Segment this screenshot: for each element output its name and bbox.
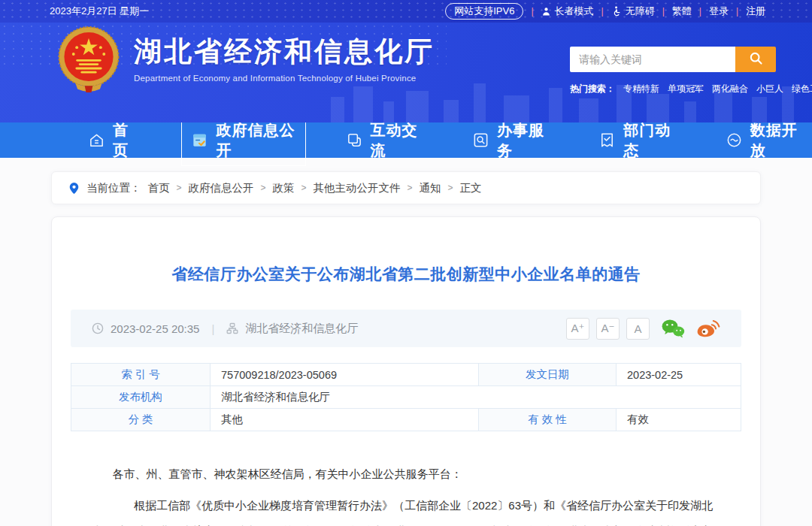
topbar-separator: | (662, 6, 665, 17)
topbar-links: 网站支持IPV6 | 长者模式 | 无障碍 | 繁體 | 登录 | 注册 (445, 3, 765, 20)
topbar-separator: | (601, 6, 604, 17)
issuing-agency-value: 湖北省经济和信息化厅 (211, 386, 741, 409)
hot-keyword[interactable]: 小巨人 (756, 83, 783, 95)
clock-icon (92, 322, 104, 334)
validity-value: 有效 (617, 409, 741, 431)
search-area: 热门搜索： 专精特新 单项冠军 两化融合 小巨人 绿色工厂 (570, 47, 776, 95)
article-meta-bar: 2023-02-25 20:35 | 湖北省经济和信息化厅 A⁺ A⁻ A (71, 310, 741, 347)
nav-item-label: 数据开放 (750, 120, 802, 161)
font-decrease-button[interactable]: A⁻ (596, 318, 620, 340)
site-brand[interactable]: 湖北省经济和信息化厅 Department of Economy and Inf… (56, 25, 435, 94)
hot-search-label: 热门搜索： (570, 83, 615, 95)
issue-date-value: 2023-02-25 (617, 364, 741, 386)
nav-item-label: 办事服务 (497, 120, 549, 161)
current-date: 2023年2月27日 星期一 (50, 5, 149, 18)
search-button[interactable] (735, 47, 776, 72)
dept-news-icon (598, 132, 616, 149)
main-nav: 首 页 政府信息公开 互动交流 办事服务 (0, 122, 812, 158)
breadcrumb-separator: > (448, 183, 453, 193)
hot-keyword[interactable]: 两化融合 (712, 83, 748, 95)
index-number-label: 索 引 号 (71, 364, 211, 386)
validity-label: 有 效 性 (479, 409, 617, 431)
breadcrumb-item-policy[interactable]: 政策 (273, 181, 295, 195)
nav-item-label: 政府信息公开 (216, 120, 295, 161)
topbar: 2023年2月27日 星期一 网站支持IPV6 | 长者模式 | 无障碍 | 繁… (0, 0, 812, 23)
nav-item-label: 互动交流 (371, 120, 423, 161)
breadcrumb-separator: > (408, 183, 413, 193)
person-icon (541, 7, 551, 17)
category-value: 其他 (211, 409, 479, 431)
traditional-chinese-link[interactable]: 繁體 (672, 5, 692, 18)
search-icon (749, 51, 763, 68)
topbar-separator: | (699, 6, 701, 17)
wheelchair-icon (611, 6, 622, 17)
breadcrumb-separator: > (261, 183, 266, 193)
national-emblem-logo (56, 25, 122, 94)
ipv6-badge[interactable]: 网站支持IPV6 (445, 3, 523, 20)
home-icon (88, 132, 105, 149)
font-reset-button[interactable]: A (626, 318, 650, 340)
body-paragraph: 根据工信部《优质中小企业梯度培育管理暂行办法》（工信部企业〔2022〕63号）和… (91, 493, 721, 526)
article-tools: A⁺ A⁻ A (566, 318, 720, 340)
elder-mode-link[interactable]: 长者模式 (541, 5, 594, 18)
breadcrumb-separator: > (177, 183, 182, 193)
issue-date-label: 发文日期 (479, 364, 617, 386)
accessibility-link[interactable]: 无障碍 (611, 5, 655, 18)
publish-time: 2023-02-25 20:35 (92, 322, 199, 335)
nav-item-label: 首 页 (113, 120, 141, 161)
breadcrumb: 当前位置： 首页 > 政府信息公开 > 政策 > 其他主动公开文件 > 通知 >… (51, 171, 761, 204)
breadcrumb-item-home[interactable]: 首页 (148, 181, 170, 195)
article-body: 各市、州、直管市、神农架林区经信局，有关中小企业公共服务平台： 根据工信部《优质… (71, 461, 741, 526)
location-pin-icon (68, 182, 80, 195)
table-row: 发布机构 湖北省经济和信息化厅 (71, 386, 741, 409)
topbar-separator: | (736, 6, 738, 17)
issuing-agency-label: 发布机构 (71, 386, 211, 409)
article-source: 湖北省经济和信息化厅 (226, 322, 358, 336)
wechat-share-icon[interactable] (661, 319, 685, 338)
site-subtitle: Department of Economy and Information Te… (134, 74, 435, 83)
breadcrumb-item-gov-info[interactable]: 政府信息公开 (189, 181, 254, 195)
hot-keyword[interactable]: 专精特新 (623, 83, 659, 95)
table-row: 分 类 其他 有 效 性 有效 (71, 409, 741, 431)
breadcrumb-item-current[interactable]: 正文 (460, 181, 482, 195)
hot-search-row: 热门搜索： 专精特新 单项冠军 两化融合 小巨人 绿色工厂 (570, 83, 776, 95)
search-input[interactable] (570, 47, 735, 72)
register-link[interactable]: 注册 (746, 5, 765, 18)
login-link[interactable]: 登录 (709, 5, 729, 18)
index-number-value: 757009218/2023-05069 (211, 364, 479, 386)
category-label: 分 类 (71, 409, 211, 431)
meta-separator: | (211, 322, 214, 335)
interact-icon (346, 132, 363, 149)
salutation-paragraph: 各市、州、直管市、神农架林区经信局，有关中小企业公共服务平台： (91, 461, 721, 487)
article-card: 省经信厅办公室关于公布湖北省第二批创新型中小企业名单的通告 2023-02-25… (51, 216, 761, 526)
site-header: 湖北省经济和信息化厅 Department of Economy and Inf… (0, 23, 812, 122)
document-info-table: 索 引 号 757009218/2023-05069 发文日期 2023-02-… (71, 363, 741, 431)
service-search-icon (472, 132, 489, 149)
organization-icon (226, 322, 238, 334)
topbar-separator: | (531, 6, 533, 17)
breadcrumb-label: 当前位置： (86, 181, 141, 195)
gov-info-icon (191, 132, 208, 149)
breadcrumb-item-notice[interactable]: 通知 (420, 181, 441, 195)
table-row: 索 引 号 757009218/2023-05069 发文日期 2023-02-… (71, 364, 741, 386)
weibo-share-icon[interactable] (696, 319, 720, 338)
hot-keyword[interactable]: 单项冠军 (668, 83, 704, 95)
breadcrumb-separator: > (301, 183, 307, 193)
breadcrumb-item-other-docs[interactable]: 其他主动公开文件 (314, 181, 401, 195)
font-increase-button[interactable]: A⁺ (566, 318, 589, 340)
brand-text: 湖北省经济和信息化厅 Department of Economy and Inf… (134, 36, 435, 83)
site-title: 湖北省经济和信息化厅 (134, 36, 435, 68)
article-title: 省经信厅办公室关于公布湖北省第二批创新型中小企业名单的通告 (71, 264, 741, 285)
data-open-icon (726, 132, 743, 149)
nav-item-label: 部门动态 (623, 120, 675, 161)
hot-keyword[interactable]: 绿色工厂 (792, 83, 812, 95)
